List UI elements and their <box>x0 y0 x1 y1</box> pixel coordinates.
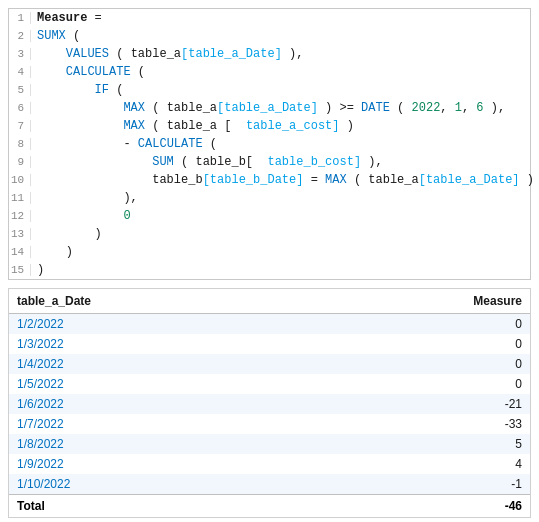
cell-date: 1/7/2022 <box>9 414 312 434</box>
code-token: CALCULATE <box>37 65 131 79</box>
line-number: 7 <box>9 120 31 132</box>
cell-measure: 0 <box>312 354 530 374</box>
cell-date: 1/2/2022 <box>9 314 312 335</box>
code-token: table_a_Date <box>426 173 512 187</box>
code-line: 2SUMX ( <box>9 27 530 45</box>
line-content: table_b[table_b_Date] = MAX ( table_a[ta… <box>31 171 534 189</box>
code-token: ), <box>282 47 304 61</box>
line-content: VALUES ( table_a[table_a_Date] ), <box>31 45 303 63</box>
cell-measure: 0 <box>312 314 530 335</box>
code-token: - <box>37 137 138 151</box>
line-content: IF ( <box>31 81 123 99</box>
code-editor[interactable]: 1Measure =2SUMX (3 VALUES ( table_a[tabl… <box>8 8 531 280</box>
total-value: -46 <box>312 495 530 518</box>
code-token: ( <box>174 155 196 169</box>
code-line: 12 0 <box>9 207 530 225</box>
cell-measure: 0 <box>312 374 530 394</box>
line-number: 12 <box>9 210 31 222</box>
line-content: SUM ( table_b[ table_b_cost] ), <box>31 153 383 171</box>
code-token: ( <box>109 47 131 61</box>
code-line: 15) <box>9 261 530 279</box>
table-row: 1/3/20220 <box>9 334 530 354</box>
code-token: MAX <box>37 119 145 133</box>
line-number: 3 <box>9 48 31 60</box>
cell-measure: -33 <box>312 414 530 434</box>
code-token: ) <box>520 173 534 187</box>
results-table-container: table_a_Date Measure 1/2/202201/3/202201… <box>8 288 531 518</box>
code-token: table_b_cost <box>267 155 353 169</box>
line-number: 15 <box>9 264 31 276</box>
table-row: 1/7/2022-33 <box>9 414 530 434</box>
code-token: MAX <box>325 173 347 187</box>
cell-date: 1/3/2022 <box>9 334 312 354</box>
code-token: table_a <box>131 47 181 61</box>
table-row: 1/2/20220 <box>9 314 530 335</box>
line-number: 2 <box>9 30 31 42</box>
footer-row: Total-46 <box>9 495 530 518</box>
code-token: ) <box>340 119 354 133</box>
table-footer: Total-46 <box>9 495 530 518</box>
line-number: 10 <box>9 174 31 186</box>
code-token: 2022 <box>412 101 441 115</box>
code-token: , <box>440 101 454 115</box>
code-line: 14 ) <box>9 243 530 261</box>
code-token: Measure <box>37 11 87 25</box>
code-line: 3 VALUES ( table_a[table_a_Date] ), <box>9 45 530 63</box>
code-token: table_a <box>368 173 418 187</box>
cell-date: 1/9/2022 <box>9 454 312 474</box>
col-header-date: table_a_Date <box>9 289 312 314</box>
code-token: IF <box>37 83 109 97</box>
line-number: 5 <box>9 84 31 96</box>
cell-measure: 5 <box>312 434 530 454</box>
line-content: ) <box>31 225 102 243</box>
code-token: ) <box>37 227 102 241</box>
code-line: 5 IF ( <box>9 81 530 99</box>
line-content: CALCULATE ( <box>31 63 145 81</box>
code-token: = <box>87 11 101 25</box>
table-row: 1/5/20220 <box>9 374 530 394</box>
cell-date: 1/8/2022 <box>9 434 312 454</box>
code-token: ( <box>131 65 145 79</box>
code-token: table_b <box>195 155 245 169</box>
code-token: ) <box>37 245 73 259</box>
cell-measure: -21 <box>312 394 530 414</box>
total-label: Total <box>9 495 312 518</box>
line-number: 13 <box>9 228 31 240</box>
code-token: table_b <box>37 173 203 187</box>
line-number: 8 <box>9 138 31 150</box>
line-content: MAX ( table_a [ table_a_cost] ) <box>31 117 354 135</box>
line-content: 0 <box>31 207 131 225</box>
code-token: ( <box>347 173 369 187</box>
line-content: Measure = <box>31 9 102 27</box>
code-lines: 1Measure =2SUMX (3 VALUES ( table_a[tabl… <box>9 9 530 279</box>
code-token: [ <box>246 155 268 169</box>
code-token: MAX <box>37 101 145 115</box>
line-content: ) <box>31 243 73 261</box>
code-token: ] <box>512 173 519 187</box>
code-token: table_a_cost <box>246 119 332 133</box>
table-row: 1/6/2022-21 <box>9 394 530 414</box>
code-token: VALUES <box>37 47 109 61</box>
code-line: 10 table_b[table_b_Date] = MAX ( table_a… <box>9 171 530 189</box>
code-token: = <box>303 173 325 187</box>
code-line: 6 MAX ( table_a[table_a_Date] ) >= DATE … <box>9 99 530 117</box>
code-token: table_a <box>167 101 217 115</box>
code-token: ), <box>361 155 383 169</box>
code-token: CALCULATE <box>138 137 203 151</box>
line-content: MAX ( table_a[table_a_Date] ) >= DATE ( … <box>31 99 505 117</box>
code-line: 7 MAX ( table_a [ table_a_cost] ) <box>9 117 530 135</box>
code-token: ( <box>145 101 167 115</box>
cell-date: 1/10/2022 <box>9 474 312 495</box>
code-token: ( <box>66 29 80 43</box>
code-token: ( <box>145 119 167 133</box>
code-token: ) <box>37 263 44 277</box>
code-token: ] <box>275 47 282 61</box>
line-number: 6 <box>9 102 31 114</box>
code-line: 11 ), <box>9 189 530 207</box>
cell-measure: -1 <box>312 474 530 495</box>
code-token: ] <box>354 155 361 169</box>
code-token: [ <box>419 173 426 187</box>
code-token: SUM <box>37 155 174 169</box>
code-line: 9 SUM ( table_b[ table_b_cost] ), <box>9 153 530 171</box>
line-content: SUMX ( <box>31 27 80 45</box>
